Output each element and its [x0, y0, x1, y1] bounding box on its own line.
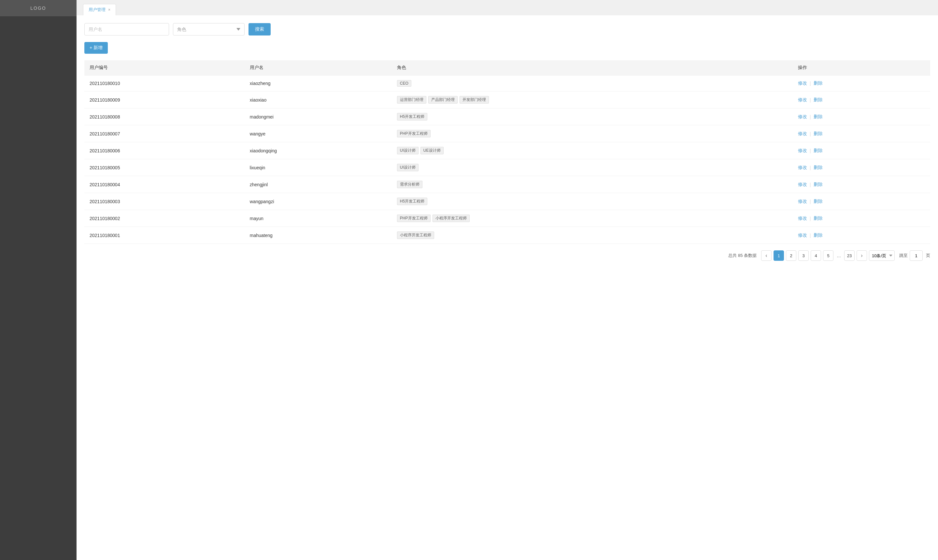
cell-username: lixueqin [245, 159, 392, 176]
action-divider: | [810, 182, 811, 187]
delete-link[interactable]: 删除 [813, 97, 823, 103]
delete-link[interactable]: 删除 [813, 215, 823, 222]
table-row: 202110180003wangpangziH5开发工程师修改|删除 [84, 193, 930, 210]
tab-label: 用户管理 [89, 7, 106, 13]
search-bar: 角色 搜索 [84, 23, 930, 35]
table-row: 202110180004zhengjinl需求分析师修改|删除 [84, 176, 930, 193]
cell-username: zhengjinl [245, 176, 392, 193]
action-divider: | [810, 216, 811, 221]
action-divider: | [810, 97, 811, 103]
cell-id: 202110180003 [84, 193, 245, 210]
action-divider: | [810, 199, 811, 204]
role-tag: 开发部门经理 [459, 96, 489, 103]
delete-link[interactable]: 删除 [813, 165, 823, 171]
page-btn-3[interactable]: 3 [798, 250, 809, 261]
cell-actions: 修改|删除 [793, 176, 930, 193]
cell-username: wangpangzi [245, 193, 392, 210]
page-btn-23[interactable]: 23 [844, 250, 855, 261]
role-tag: 产品部门经理 [428, 96, 457, 103]
action-divider: | [810, 165, 811, 170]
cell-username: xiaoxiao [245, 91, 392, 108]
edit-link[interactable]: 修改 [798, 215, 807, 222]
edit-link[interactable]: 修改 [798, 114, 807, 120]
edit-link[interactable]: 修改 [798, 232, 807, 238]
cell-roles: 小程序开发工程师 [392, 227, 793, 244]
next-page-button[interactable]: › [856, 250, 867, 261]
delete-link[interactable]: 删除 [813, 182, 823, 188]
cell-roles: PHP开发工程师 [392, 125, 793, 142]
cell-id: 202110180010 [84, 75, 245, 91]
table-row: 202110180001mahuateng小程序开发工程师修改|删除 [84, 227, 930, 244]
cell-actions: 修改|删除 [793, 193, 930, 210]
cell-username: wangye [245, 125, 392, 142]
edit-link[interactable]: 修改 [798, 131, 807, 137]
search-button[interactable]: 搜索 [248, 23, 271, 35]
cell-id: 202110180006 [84, 142, 245, 159]
page-suffix: 页 [926, 253, 930, 258]
cell-id: 202110180009 [84, 91, 245, 108]
page-btn-5[interactable]: 5 [823, 250, 833, 261]
prev-page-button[interactable]: ‹ [761, 250, 772, 261]
role-tag: 运营部门经理 [397, 96, 426, 103]
cell-roles: UI设计师UE设计师 [392, 142, 793, 159]
action-divider: | [810, 114, 811, 120]
cell-roles: 运营部门经理产品部门经理开发部门经理 [392, 91, 793, 108]
col-header-id: 用户编号 [84, 60, 245, 75]
cell-actions: 修改|删除 [793, 108, 930, 125]
role-tag: H5开发工程师 [397, 113, 427, 120]
role-select[interactable]: 角色 [173, 23, 245, 35]
edit-link[interactable]: 修改 [798, 165, 807, 171]
cell-roles: PHP开发工程师小程序开发工程师 [392, 210, 793, 227]
add-button[interactable]: + 新增 [84, 42, 108, 54]
table-row: 202110180007wangyePHP开发工程师修改|删除 [84, 125, 930, 142]
edit-link[interactable]: 修改 [798, 148, 807, 154]
cell-roles: UI设计师 [392, 159, 793, 176]
edit-link[interactable]: 修改 [798, 182, 807, 188]
cell-id: 202110180002 [84, 210, 245, 227]
delete-link[interactable]: 删除 [813, 198, 823, 205]
role-tag: UE设计师 [420, 147, 444, 154]
cell-id: 202110180007 [84, 125, 245, 142]
page-btn-1[interactable]: 1 [773, 250, 784, 261]
tab-bar: 用户管理 × [77, 0, 938, 15]
cell-actions: 修改|删除 [793, 227, 930, 244]
cell-actions: 修改|删除 [793, 142, 930, 159]
cell-roles: CEO [392, 75, 793, 91]
cell-username: mahuateng [245, 227, 392, 244]
delete-link[interactable]: 删除 [813, 148, 823, 154]
page-btn-4[interactable]: 4 [811, 250, 821, 261]
cell-username: madongmei [245, 108, 392, 125]
role-tag: 需求分析师 [397, 181, 422, 188]
logo: LOGO [30, 6, 46, 11]
edit-link[interactable]: 修改 [798, 198, 807, 205]
role-tag: H5开发工程师 [397, 198, 427, 205]
table-row: 202110180010xiaozhengCEO修改|删除 [84, 75, 930, 91]
cell-actions: 修改|删除 [793, 159, 930, 176]
cell-id: 202110180008 [84, 108, 245, 125]
col-header-username: 用户名 [245, 60, 392, 75]
role-tag: 小程序开发工程师 [433, 215, 470, 222]
tab-user-management[interactable]: 用户管理 × [83, 4, 116, 15]
goto-input[interactable] [910, 250, 923, 261]
cell-id: 202110180001 [84, 227, 245, 244]
delete-link[interactable]: 删除 [813, 114, 823, 120]
cell-id: 202110180005 [84, 159, 245, 176]
per-page-select[interactable]: 10条/页 20条/页 50条/页 [869, 250, 895, 261]
delete-link[interactable]: 删除 [813, 80, 823, 86]
cell-roles: H5开发工程师 [392, 193, 793, 210]
delete-link[interactable]: 删除 [813, 131, 823, 137]
goto-label: 跳至 [899, 253, 908, 258]
edit-link[interactable]: 修改 [798, 80, 807, 86]
cell-roles: H5开发工程师 [392, 108, 793, 125]
page-btn-2[interactable]: 2 [786, 250, 796, 261]
cell-id: 202110180004 [84, 176, 245, 193]
table-row: 202110180006xiaodongqingUI设计师UE设计师修改|删除 [84, 142, 930, 159]
table-row: 202110180009xiaoxiao运营部门经理产品部门经理开发部门经理修改… [84, 91, 930, 108]
role-tag: CEO [397, 80, 411, 87]
col-header-action: 操作 [793, 60, 930, 75]
tab-close-icon[interactable]: × [108, 8, 111, 12]
edit-link[interactable]: 修改 [798, 97, 807, 103]
delete-link[interactable]: 删除 [813, 232, 823, 238]
username-input[interactable] [84, 23, 169, 35]
cell-username: mayun [245, 210, 392, 227]
